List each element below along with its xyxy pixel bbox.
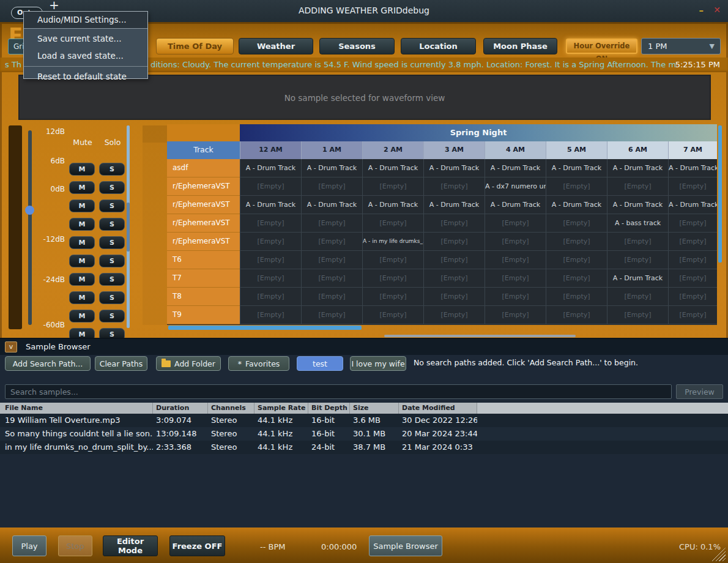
- splitter-handle[interactable]: [384, 335, 576, 337]
- grid-cell[interactable]: A - Drum Track: [423, 159, 485, 177]
- grid-cell[interactable]: [Empty]: [668, 214, 717, 233]
- hour-override-toggle[interactable]: Hour Override ON: [566, 39, 637, 54]
- grid-cell[interactable]: [Empty]: [301, 177, 362, 196]
- menu-item-load-state[interactable]: Load a saved state...: [24, 49, 147, 63]
- grid-cell[interactable]: A - Drum Track: [607, 159, 668, 177]
- track-name-cell[interactable]: r/EphemeraVST: [167, 177, 240, 196]
- freeze-button[interactable]: Freeze OFF: [169, 535, 225, 556]
- mute-button[interactable]: M: [69, 310, 95, 323]
- grid-cell[interactable]: [Empty]: [607, 306, 668, 324]
- grid-cell[interactable]: [Empty]: [240, 251, 301, 269]
- grid-cell[interactable]: [Empty]: [668, 177, 717, 196]
- clear-paths-button[interactable]: Clear Paths: [95, 356, 147, 371]
- grid-cell[interactable]: A - Drum Track: [362, 159, 423, 177]
- track-name-cell[interactable]: T7: [167, 269, 240, 288]
- search-input[interactable]: [5, 384, 672, 399]
- stop-button[interactable]: Stop: [58, 535, 92, 556]
- solo-button[interactable]: S: [99, 199, 125, 212]
- tab-time-of-day[interactable]: Time Of Day: [156, 38, 234, 54]
- grid-cell[interactable]: [Empty]: [240, 233, 301, 251]
- solo-button[interactable]: S: [99, 163, 125, 176]
- grid-cell[interactable]: [Empty]: [668, 251, 717, 269]
- grid-cell[interactable]: [Empty]: [423, 269, 485, 288]
- column-header[interactable]: File Name: [0, 403, 153, 414]
- grid-cell[interactable]: A - Drum Track: [301, 196, 362, 214]
- solo-button[interactable]: S: [99, 255, 125, 267]
- solo-button[interactable]: S: [99, 236, 125, 249]
- grid-cell[interactable]: [Empty]: [423, 233, 485, 251]
- hour-select[interactable]: 1 PM ▼: [641, 38, 721, 54]
- grid-cell[interactable]: [Empty]: [362, 251, 423, 269]
- grid-cell[interactable]: [Empty]: [362, 177, 423, 196]
- track-name-cell[interactable]: T8: [167, 288, 240, 306]
- grid-cell[interactable]: [Empty]: [423, 306, 485, 324]
- grid-cell[interactable]: [Empty]: [485, 269, 546, 288]
- grid-cell[interactable]: A - Drum Track: [240, 159, 301, 177]
- grid-cell[interactable]: [Empty]: [668, 306, 717, 324]
- grid-cell[interactable]: [Empty]: [240, 288, 301, 306]
- grid-cell[interactable]: [Empty]: [607, 233, 668, 251]
- grid-cell[interactable]: A - in my life drumks_...: [362, 233, 423, 251]
- grid-cell[interactable]: [Empty]: [240, 269, 301, 288]
- track-name-cell[interactable]: T6: [167, 251, 240, 269]
- grid-cell[interactable]: [Empty]: [240, 177, 301, 196]
- mute-button[interactable]: M: [69, 199, 95, 212]
- grid-cell[interactable]: [Empty]: [240, 214, 301, 233]
- favorites-button[interactable]: *Favorites: [228, 356, 289, 371]
- play-button[interactable]: Play: [12, 535, 46, 556]
- grid-cell[interactable]: [Empty]: [485, 306, 546, 324]
- solo-button[interactable]: S: [99, 291, 125, 304]
- grid-vertical-scrollbar[interactable]: [718, 125, 722, 263]
- add-search-path-button[interactable]: Add Search Path...: [5, 356, 91, 371]
- grid-cell[interactable]: [Empty]: [301, 233, 362, 251]
- grid-cell[interactable]: [Empty]: [485, 288, 546, 306]
- grid-cell[interactable]: [Empty]: [362, 306, 423, 324]
- grid-cell[interactable]: A - Drum Track: [668, 159, 717, 177]
- grid-cell[interactable]: A - Drum Track: [240, 196, 301, 214]
- grid-cell[interactable]: [Empty]: [546, 306, 607, 324]
- grid-cell[interactable]: [Empty]: [546, 269, 607, 288]
- preview-button[interactable]: Preview: [676, 384, 723, 399]
- mixer-scrollbar-thumb[interactable]: [127, 203, 130, 252]
- track-name-cell[interactable]: r/EphemeraVST: [167, 214, 240, 233]
- mute-button[interactable]: M: [69, 255, 95, 267]
- grid-cell[interactable]: [Empty]: [668, 269, 717, 288]
- collapse-button[interactable]: v: [5, 341, 17, 352]
- minimize-button[interactable]: –: [699, 5, 704, 16]
- grid-cell[interactable]: [Empty]: [362, 214, 423, 233]
- tag-button-wife[interactable]: I love my wife: [350, 356, 406, 371]
- tab-location[interactable]: Location: [401, 38, 476, 54]
- track-name-cell[interactable]: asdf: [167, 159, 240, 177]
- mute-button[interactable]: M: [69, 218, 95, 231]
- tab-seasons[interactable]: Seasons: [319, 38, 395, 54]
- solo-button[interactable]: S: [99, 273, 125, 286]
- grid-cell[interactable]: A - Drum Track: [607, 196, 668, 214]
- mute-button[interactable]: M: [69, 163, 95, 176]
- grid-cell[interactable]: A - Drum Track: [607, 269, 668, 288]
- grid-cell[interactable]: [Empty]: [546, 214, 607, 233]
- solo-button[interactable]: S: [99, 310, 125, 323]
- grid-cell[interactable]: A - Drum Track: [485, 159, 546, 177]
- file-row[interactable]: So many things couldnt tell a lie son...…: [0, 427, 728, 441]
- column-header[interactable]: Date Modified: [399, 403, 477, 414]
- grid-cell[interactable]: [Empty]: [485, 233, 546, 251]
- grid-cell[interactable]: A - Drum Track: [485, 196, 546, 214]
- grid-cell[interactable]: [Empty]: [301, 306, 362, 324]
- grid-cell[interactable]: [Empty]: [301, 214, 362, 233]
- column-header[interactable]: Bit Depth: [308, 403, 350, 414]
- grid-cell[interactable]: [Empty]: [546, 251, 607, 269]
- solo-button[interactable]: S: [99, 218, 125, 231]
- grid-cell[interactable]: [Empty]: [607, 288, 668, 306]
- grid-cell[interactable]: [Empty]: [301, 288, 362, 306]
- grid-cell[interactable]: A - Drum Track: [362, 196, 423, 214]
- tab-weather[interactable]: Weather: [239, 38, 313, 54]
- grid-horizontal-scrollbar[interactable]: [168, 326, 362, 330]
- grid-cell[interactable]: [Empty]: [423, 251, 485, 269]
- grid-cell[interactable]: A - Drum Track: [546, 159, 607, 177]
- solo-button[interactable]: S: [99, 181, 125, 194]
- grid-cell[interactable]: A - Drum Track: [668, 196, 717, 214]
- grid-cell[interactable]: A - bass track: [607, 214, 668, 233]
- column-header[interactable]: Sample Rate: [254, 403, 308, 414]
- menu-item-reset-state[interactable]: Reset to default state: [24, 70, 147, 84]
- grid-cell[interactable]: [Empty]: [362, 288, 423, 306]
